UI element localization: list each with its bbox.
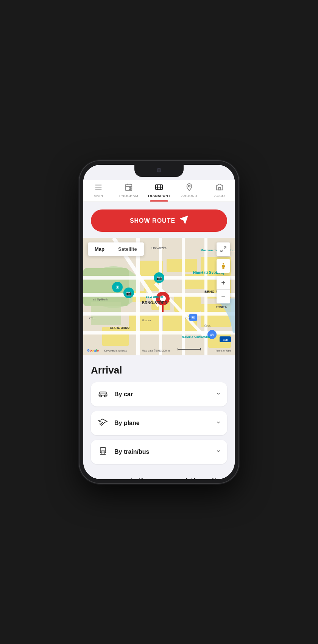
transport-icon	[155, 183, 163, 192]
svg-rect-34	[102, 327, 129, 346]
tab-program-label: PROGRAM	[119, 194, 138, 198]
svg-text:Úzká: Úzká	[204, 324, 210, 327]
screen-content: MAIN PROGRAM	[83, 165, 235, 479]
tab-acco[interactable]: ACCO	[204, 183, 235, 202]
train-icon	[97, 447, 109, 457]
svg-text:📷: 📷	[126, 290, 132, 296]
tab-main-label: MAIN	[94, 194, 103, 198]
svg-line-82	[224, 247, 226, 249]
zoom-in-button[interactable]: +	[217, 276, 230, 289]
map-view-button[interactable]: Map	[88, 242, 111, 256]
svg-text:Map data ©2023   200 m: Map data ©2023 200 m	[142, 349, 170, 352]
tab-around-label: AROUND	[181, 194, 197, 198]
notch	[134, 165, 184, 177]
svg-text:TRNITÁ: TRNITÁ	[216, 305, 227, 309]
plane-chevron-icon	[216, 420, 221, 427]
by-plane-card[interactable]: By plane	[91, 411, 227, 435]
car-chevron-icon	[216, 391, 221, 398]
phone-screen: MAIN PROGRAM	[83, 165, 235, 479]
svg-text:STARÉ BRNO: STARÉ BRNO	[110, 326, 129, 330]
car-icon	[97, 389, 109, 400]
by-car-card[interactable]: By car	[91, 382, 227, 406]
map-toggle: Map Satellite	[88, 242, 144, 256]
svg-text:♜: ♜	[115, 285, 120, 290]
svg-point-84	[223, 263, 224, 264]
tab-bar: MAIN PROGRAM	[83, 180, 235, 202]
svg-line-83	[221, 250, 223, 252]
svg-text:Lidl: Lidl	[223, 339, 228, 341]
map-container[interactable]: M 🛍 Lidl 📷 📷 ♜	[83, 238, 235, 355]
zoom-out-button[interactable]: −	[217, 290, 230, 303]
svg-text:🛍: 🛍	[210, 333, 214, 337]
svg-text:10-Z Bunker: 10-Z Bunker	[146, 295, 163, 299]
show-route-label: SHOW ROUTE	[130, 217, 175, 224]
svg-point-92	[104, 451, 105, 452]
tab-transport[interactable]: TRANSPORT	[144, 183, 174, 202]
front-camera	[157, 168, 161, 172]
svg-rect-15	[218, 188, 221, 190]
route-arrow-icon	[180, 216, 188, 226]
svg-point-14	[189, 185, 190, 187]
by-train-card[interactable]: By train/bus	[91, 440, 227, 464]
svg-text:Terms of Use: Terms of Use	[215, 349, 231, 352]
tab-program[interactable]: PROGRAM	[114, 183, 144, 202]
svg-text:Univerzita: Univerzita	[151, 246, 167, 250]
program-icon	[125, 183, 133, 192]
phone-frame: MAIN PROGRAM	[80, 161, 238, 483]
svg-text:Úzká: Úzká	[186, 317, 192, 320]
svg-point-91	[101, 451, 102, 452]
svg-text:Křiž...: Křiž...	[89, 317, 96, 320]
svg-text:M: M	[192, 316, 195, 320]
svg-text:Galerie Vaňkovka: Galerie Vaňkovka	[182, 335, 210, 339]
tab-acco-label: ACCO	[214, 194, 225, 198]
train-chevron-icon	[216, 449, 221, 455]
tab-main[interactable]: MAIN	[83, 183, 114, 202]
arrival-section: Arrival By car	[83, 355, 235, 473]
streetview-button[interactable]	[217, 259, 230, 273]
svg-text:Google: Google	[87, 349, 99, 352]
around-icon	[185, 183, 193, 192]
acco-icon	[215, 183, 224, 192]
satellite-view-button[interactable]: Satellite	[111, 242, 144, 256]
transportation-title: Transportation around the city	[91, 476, 227, 479]
svg-marker-17	[181, 216, 187, 223]
svg-text:📷: 📷	[156, 275, 162, 281]
arrival-title: Arrival	[91, 364, 227, 376]
route-button-area: SHOW ROUTE	[83, 202, 235, 238]
plane-icon	[97, 418, 109, 428]
train-label: By train/bus	[114, 449, 216, 455]
tab-around[interactable]: AROUND	[174, 183, 204, 202]
transportation-around-section: Transportation around the city	[83, 473, 235, 479]
tab-transport-label: TRANSPORT	[148, 194, 171, 198]
show-route-button[interactable]: SHOW ROUTE	[91, 209, 227, 232]
svg-text:BRNO-STŘED: BRNO-STŘED	[142, 300, 167, 305]
main-icon	[94, 183, 103, 192]
svg-rect-30	[129, 314, 159, 333]
main-content: SHOW ROUTE	[83, 202, 235, 479]
svg-text:Husova: Husova	[142, 319, 151, 322]
car-label: By car	[114, 391, 216, 398]
zoom-controls: + −	[217, 276, 230, 303]
svg-text:ad Špilberk: ad Špilberk	[93, 298, 108, 301]
fullscreen-button[interactable]	[217, 242, 230, 256]
svg-text:Keyboard shortcuts: Keyboard shortcuts	[104, 349, 127, 352]
plane-label: By plane	[114, 420, 216, 427]
